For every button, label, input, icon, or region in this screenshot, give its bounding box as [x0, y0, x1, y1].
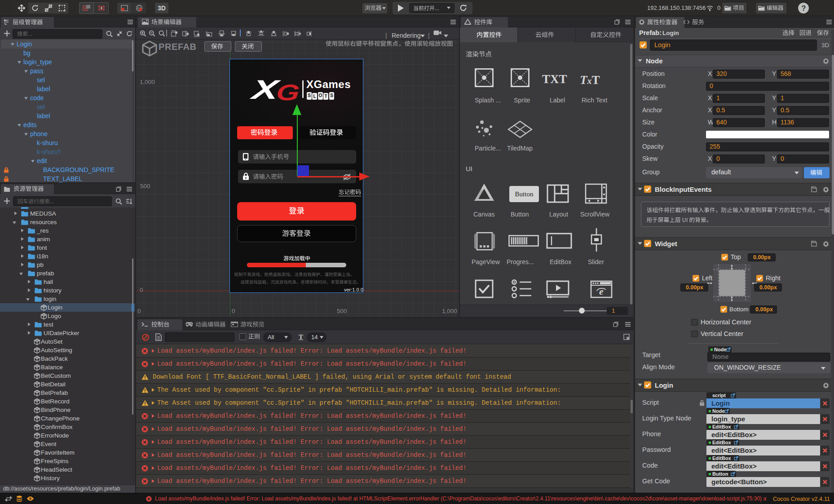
svg-text:e: e: [599, 286, 604, 297]
